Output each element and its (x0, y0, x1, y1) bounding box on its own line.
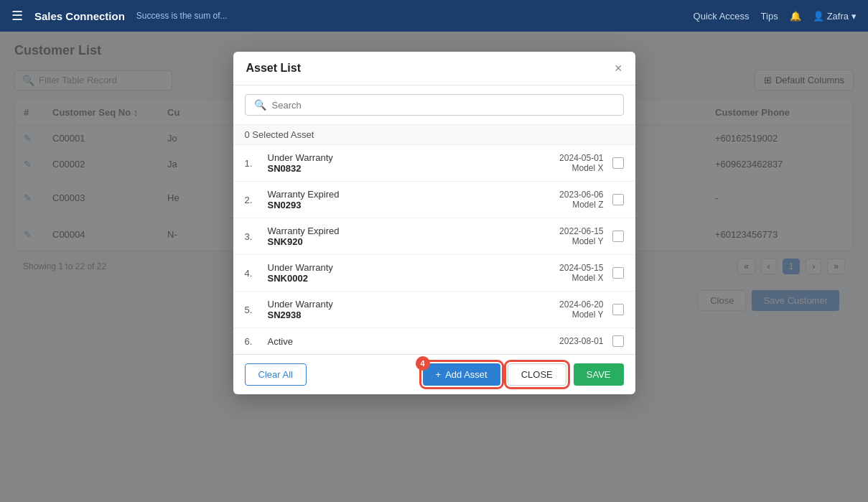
modal-header: Asset List × (233, 52, 635, 85)
modal-close-button[interactable]: × (615, 62, 622, 75)
asset-sn: SN0293 (268, 200, 551, 210)
asset-sn: SNK920 (268, 236, 551, 247)
asset-number: 6. (245, 336, 259, 347)
page-background: Customer List 🔍 ⭐ Favourite Filter ⊞ Def… (0, 32, 868, 502)
asset-number: 4. (245, 268, 259, 279)
asset-status: Warranty Expired (268, 226, 551, 236)
modal-footer: Clear All 4 + Add Asset CLOSE SAVE (233, 354, 635, 394)
asset-meta: 2024-05-15 Model X (559, 263, 603, 283)
asset-date: 2024-05-01 (559, 153, 603, 163)
topnav-right: Quick Access Tips 🔔 👤 Zafra ▾ (694, 11, 857, 22)
asset-item-5: 5. Under Warranty SN2938 2024-06-20 Mode… (233, 292, 635, 328)
asset-item-4: 4. Under Warranty SNK0002 2024-05-15 Mod… (233, 255, 635, 292)
asset-model: Model X (559, 163, 603, 173)
asset-item-3: 3. Warranty Expired SNK920 2022-06-15 Mo… (233, 218, 635, 255)
asset-list-modal: Asset List × 🔍 0 Selected Asset 1. Under… (233, 52, 635, 394)
asset-date: 2023-06-06 (559, 190, 603, 200)
modal-title: Asset List (246, 62, 301, 75)
asset-number: 1. (245, 158, 259, 169)
asset-model: Model Y (559, 310, 603, 320)
modal-search-input-wrapper[interactable]: 🔍 (245, 94, 624, 116)
user-icon: 👤 (813, 11, 824, 22)
asset-item-6: 6. Active 2023-08-01 (233, 328, 635, 354)
selected-count: 0 Selected Asset (233, 125, 635, 145)
brand-name: Sales Connection (34, 10, 125, 22)
add-asset-button[interactable]: 4 + Add Asset (423, 363, 500, 386)
asset-number: 2. (245, 195, 259, 205)
asset-status: Active (268, 336, 551, 347)
modal-search-area: 🔍 (233, 85, 635, 125)
asset-checkbox-3[interactable] (612, 231, 624, 242)
asset-model: Model X (559, 273, 603, 283)
asset-status: Under Warranty (268, 152, 551, 163)
tagline: Success is the sum of... (136, 11, 682, 21)
asset-number: 3. (245, 231, 259, 242)
save-button[interactable]: SAVE (574, 363, 624, 386)
quick-access-link[interactable]: Quick Access (694, 11, 750, 22)
asset-info: Under Warranty SNK0002 (268, 262, 551, 284)
user-avatar[interactable]: 👤 Zafra ▾ (813, 11, 857, 22)
asset-checkbox-2[interactable] (612, 194, 624, 205)
asset-meta: 2022-06-15 Model Y (559, 226, 603, 246)
bell-icon[interactable]: 🔔 (790, 11, 801, 22)
menu-icon[interactable]: ☰ (11, 8, 23, 24)
asset-sn: SN0832 (268, 163, 551, 174)
asset-sn: SN2938 (268, 310, 551, 320)
plus-icon: + (436, 369, 442, 380)
asset-info: Warranty Expired SN0293 (268, 189, 551, 210)
asset-checkbox-6[interactable] (612, 335, 624, 347)
asset-status: Under Warranty (268, 262, 551, 273)
asset-number: 5. (245, 305, 259, 315)
add-asset-label: Add Asset (445, 369, 487, 380)
step-badge: 4 (416, 356, 430, 371)
search-icon: 🔍 (254, 99, 266, 111)
asset-date: 2024-06-20 (559, 299, 603, 310)
asset-info: Under Warranty SN2938 (268, 299, 551, 320)
close-modal-button[interactable]: CLOSE (508, 363, 566, 386)
asset-meta: 2024-06-20 Model Y (559, 299, 603, 320)
asset-meta: 2024-05-01 Model X (559, 153, 603, 173)
topnav: ☰ Sales Connection Success is the sum of… (0, 0, 868, 32)
asset-info: Under Warranty SN0832 (268, 152, 551, 174)
clear-all-button[interactable]: Clear All (245, 363, 307, 386)
asset-model: Model Y (559, 236, 603, 246)
asset-search-input[interactable] (272, 100, 615, 111)
asset-list: 1. Under Warranty SN0832 2024-05-01 Mode… (233, 145, 635, 354)
asset-checkbox-4[interactable] (612, 267, 624, 279)
asset-date: 2023-08-01 (559, 336, 603, 346)
asset-info: Warranty Expired SNK920 (268, 226, 551, 247)
asset-meta: 2023-08-01 (559, 336, 603, 346)
asset-sn: SNK0002 (268, 273, 551, 284)
asset-checkbox-1[interactable] (612, 157, 624, 169)
chevron-down-icon: ▾ (851, 11, 857, 22)
user-name: Zafra (827, 11, 849, 22)
asset-date: 2022-06-15 (559, 226, 603, 236)
asset-checkbox-5[interactable] (612, 304, 624, 315)
asset-item-1: 1. Under Warranty SN0832 2024-05-01 Mode… (233, 145, 635, 182)
tips-link[interactable]: Tips (761, 11, 778, 22)
asset-model: Model Z (559, 200, 603, 210)
asset-date: 2024-05-15 (559, 263, 603, 273)
asset-status: Warranty Expired (268, 189, 551, 200)
asset-item-2: 2. Warranty Expired SN0293 2023-06-06 Mo… (233, 182, 635, 218)
asset-info: Active (268, 336, 551, 347)
asset-meta: 2023-06-06 Model Z (559, 190, 603, 210)
asset-status: Under Warranty (268, 299, 551, 310)
